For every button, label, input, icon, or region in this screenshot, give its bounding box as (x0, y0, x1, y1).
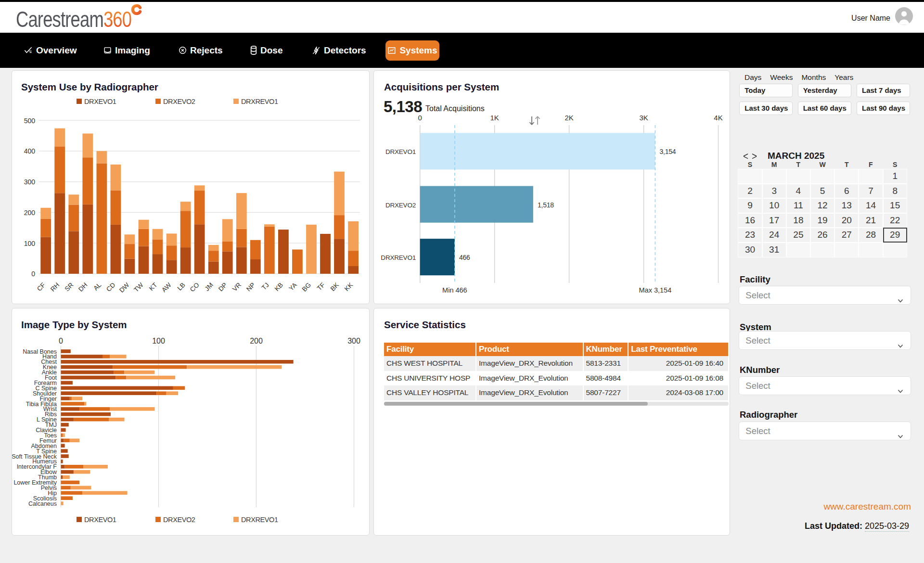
svg-text:KT: KT (148, 281, 159, 292)
svg-text:3,154: 3,154 (659, 148, 676, 155)
svg-text:DRXREVO1: DRXREVO1 (381, 254, 416, 261)
svg-text:CO: CO (189, 281, 201, 293)
svg-text:TW: TW (132, 281, 145, 294)
svg-text:VR: VR (231, 281, 243, 293)
svg-text:300: 300 (347, 337, 360, 345)
svg-text:200: 200 (24, 209, 36, 217)
svg-text:0: 0 (59, 337, 63, 345)
svg-text:DRXEVO1: DRXEVO1 (385, 148, 416, 155)
svg-text:NP: NP (245, 281, 257, 293)
svg-text:1,518: 1,518 (538, 201, 554, 209)
svg-text:CF: CF (36, 281, 47, 292)
svg-text:500: 500 (24, 117, 36, 125)
svg-text:DH: DH (77, 281, 89, 293)
svg-text:1K: 1K (490, 114, 499, 122)
svg-text:TF: TF (316, 281, 326, 292)
svg-text:KK: KK (343, 281, 354, 292)
svg-text:BG: BG (301, 281, 312, 293)
svg-text:JM: JM (203, 281, 214, 292)
svg-text:BK: BK (329, 281, 340, 292)
svg-text:300: 300 (24, 178, 36, 186)
svg-text:CD: CD (105, 281, 117, 293)
svg-text:3K: 3K (639, 114, 648, 122)
svg-text:LB: LB (176, 281, 186, 292)
svg-text:KB: KB (273, 281, 284, 292)
svg-text:4K: 4K (714, 114, 722, 122)
svg-text:TJ: TJ (260, 281, 270, 291)
svg-text:Min 466: Min 466 (442, 286, 467, 294)
svg-text:0: 0 (418, 114, 422, 122)
svg-text:DRXEVO2: DRXEVO2 (385, 202, 416, 209)
svg-text:AL: AL (92, 281, 103, 292)
svg-text:400: 400 (24, 147, 36, 155)
svg-text:DP: DP (217, 281, 229, 293)
svg-text:SR: SR (64, 281, 75, 293)
svg-text:466: 466 (459, 254, 470, 261)
svg-text:AW: AW (160, 281, 173, 294)
svg-text:DW: DW (118, 281, 131, 294)
svg-text:0: 0 (31, 270, 35, 278)
svg-text:RH: RH (49, 281, 61, 293)
svg-text:Max 3,154: Max 3,154 (639, 286, 672, 294)
svg-text:YA: YA (287, 281, 298, 292)
svg-text:Calcaneus: Calcaneus (28, 500, 57, 507)
svg-text:100: 100 (152, 337, 165, 345)
svg-text:2K: 2K (565, 114, 573, 122)
svg-text:100: 100 (24, 240, 36, 247)
svg-text:200: 200 (250, 337, 263, 345)
